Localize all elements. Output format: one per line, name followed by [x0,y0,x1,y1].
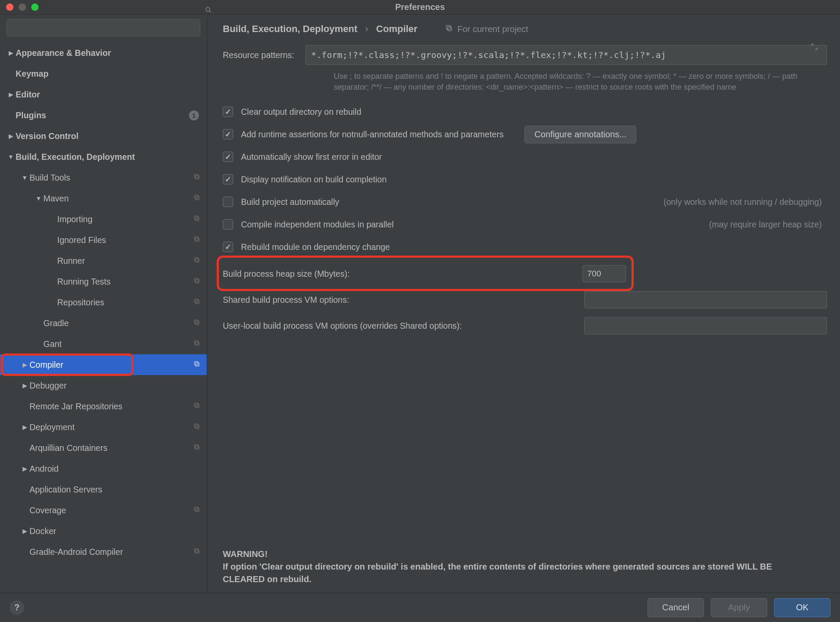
tree-item-label: Build, Execution, Deployment [16,152,202,162]
breadcrumb-child: Compiler [376,23,417,35]
option-row: Add runtime assertions for notnull-annot… [223,123,827,146]
tree-item-application-servers[interactable]: ▶Application Servers [0,479,207,500]
checkbox[interactable] [223,242,233,252]
checkbox[interactable] [223,219,233,230]
help-button[interactable]: ? [10,600,24,615]
tree-item-label: Running Tests [57,277,192,287]
tree-item-label: Gant [43,339,192,349]
chevron-right-icon: ▶ [6,49,16,56]
context-scope: For current project [445,24,528,34]
svg-rect-19 [195,340,198,344]
checkbox[interactable] [223,197,233,207]
tree-item-gant[interactable]: ▶Gant [0,334,207,354]
project-scope-icon [192,256,202,266]
tree-item-running-tests[interactable]: ▶Running Tests [0,271,207,292]
tree-item-build-execution-deployment[interactable]: ▼Build, Execution, Deployment [0,146,207,167]
option-row: Compile independent modules in parallel(… [223,213,827,236]
tree-item-maven[interactable]: ▼Maven [0,188,207,209]
svg-rect-29 [195,507,198,510]
tree-item-label: Ignored Files [57,235,192,245]
tree-item-arquillian-containers[interactable]: ▶Arquillian Containers [0,437,207,458]
tree-item-deployment[interactable]: ▶Deployment [0,417,207,437]
tree-item-editor[interactable]: ▶Editor [0,84,207,105]
shared-vm-label: Shared build process VM options: [223,295,576,305]
tree-item-version-control[interactable]: ▶Version Control [0,126,207,146]
window-title: Preferences [0,2,840,12]
project-scope-icon [192,173,202,182]
chevron-right-icon: ▶ [6,133,16,139]
project-scope-icon [192,215,202,224]
chevron-right-icon: ▶ [20,465,29,472]
project-scope-icon [192,236,202,245]
option-label: Rebuild module on dependency change [241,242,390,252]
ok-button[interactable]: OK [774,598,830,617]
configure-annotations-button[interactable]: Configure annotations... [524,126,636,143]
project-scope-icon [192,340,202,349]
option-label: Add runtime assertions for notnull-annot… [241,130,504,139]
svg-rect-27 [195,444,198,448]
tree-item-compiler[interactable]: ▶Compiler [0,354,207,375]
tree-item-ignored-files[interactable]: ▶Ignored Files [0,230,207,250]
apply-button[interactable]: Apply [711,598,767,617]
svg-rect-6 [195,217,199,220]
titlebar: Preferences [0,0,840,15]
user-vm-input[interactable] [584,317,827,334]
tree-item-docker[interactable]: ▶Docker [0,521,207,541]
tree-item-appearance-behavior[interactable]: ▶Appearance & Behavior [0,42,207,63]
heap-size-label: Build process heap size (Mbytes): [223,269,576,279]
svg-rect-24 [195,425,199,428]
tree-item-label: Arquillian Containers [29,443,192,453]
heap-size-input[interactable] [583,265,626,282]
tree-item-label: Android [29,464,202,474]
tree-item-keymap[interactable]: ▶Keymap [0,63,207,84]
tree-item-plugins[interactable]: ▶Plugins1 [0,105,207,126]
cancel-button[interactable]: Cancel [648,598,704,617]
checkbox[interactable] [223,107,233,117]
tree-item-repositories[interactable]: ▶Repositories [0,292,207,313]
checkbox[interactable] [223,174,233,185]
option-label: Build project automatically [241,197,339,207]
tree-item-debugger[interactable]: ▶Debugger [0,375,207,396]
tree-item-gradle-android-compiler[interactable]: ▶Gradle-Android Compiler [0,541,207,562]
breadcrumb-parent: Build, Execution, Deployment [223,23,357,35]
expand-icon[interactable] [811,43,818,53]
tree-item-gradle[interactable]: ▶Gradle [0,313,207,334]
tree-item-label: Remote Jar Repositories [29,402,192,411]
chevron-right-icon: ▶ [20,528,29,535]
tree-item-label: Maven [43,194,192,204]
svg-rect-17 [195,320,198,323]
tree-item-build-tools[interactable]: ▼Build Tools [0,167,207,188]
svg-rect-31 [195,548,198,552]
tree-item-importing[interactable]: ▶Importing [0,209,207,230]
tree-item-remote-jar-repositories[interactable]: ▶Remote Jar Repositories [0,396,207,417]
svg-rect-30 [195,550,199,553]
chevron-right-icon: ▶ [20,382,29,389]
option-label: Compile independent modules in parallel [241,220,394,230]
search-input[interactable] [7,19,200,36]
project-scope-icon [192,319,202,328]
tree-item-label: Application Servers [29,485,202,495]
option-label: Clear output directory on rebuild [241,107,361,117]
breadcrumb: Build, Execution, Deployment › Compiler … [223,23,827,35]
chevron-right-icon: ▶ [20,361,29,368]
tree-item-label: Plugins [16,110,189,120]
checkbox[interactable] [223,152,233,162]
tree-item-runner[interactable]: ▶Runner [0,250,207,271]
shared-vm-input[interactable] [584,291,827,308]
chevron-right-icon: › [365,23,368,35]
project-scope-icon [192,277,202,286]
resource-patterns-input[interactable] [306,45,827,65]
svg-rect-32 [448,27,452,31]
option-row: Clear output directory on rebuild [223,100,827,123]
svg-rect-28 [195,508,199,512]
svg-rect-2 [195,175,199,179]
tree-item-android[interactable]: ▶Android [0,458,207,479]
resource-patterns-label: Resource patterns: [223,50,294,60]
tree-item-label: Runner [57,256,192,266]
project-scope-icon [192,423,202,432]
tree-item-label: Coverage [29,505,192,515]
tree-item-label: Gradle-Android Compiler [29,547,192,557]
tree-item-coverage[interactable]: ▶Coverage [0,500,207,521]
svg-rect-12 [195,279,199,283]
checkbox[interactable] [223,129,233,139]
